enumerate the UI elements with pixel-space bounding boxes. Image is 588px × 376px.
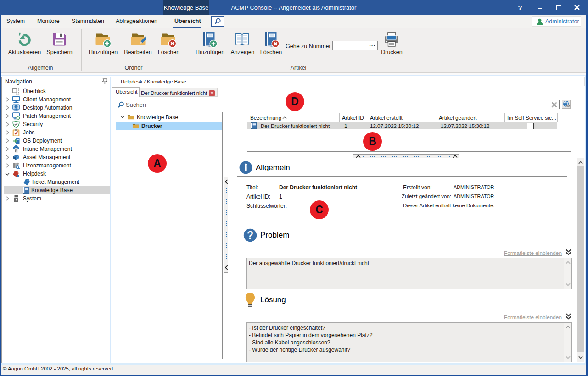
svg-text:?: ? — [247, 229, 253, 241]
